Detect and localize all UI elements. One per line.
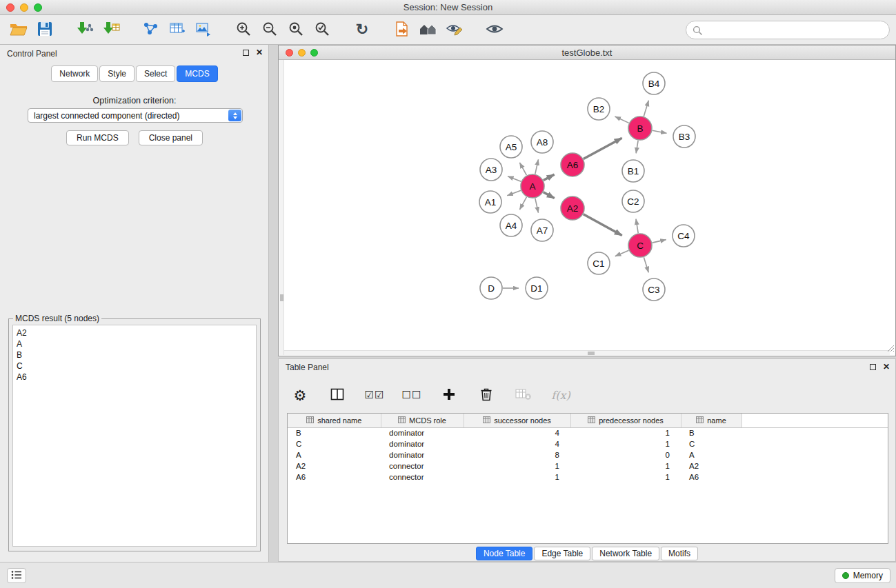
graph-edge-C-C1[interactable] — [615, 250, 629, 256]
cell[interactable]: dominator — [381, 449, 464, 460]
float-table-panel-icon[interactable] — [870, 364, 876, 370]
task-history-button[interactable] — [7, 568, 26, 583]
table-settings-button[interactable]: ⚙ — [288, 385, 312, 405]
minimize-window-button[interactable] — [20, 3, 28, 12]
tab-network-table[interactable]: Network Table — [592, 547, 659, 560]
vertical-scrollbar[interactable] — [279, 60, 284, 355]
import-network-button[interactable] — [73, 18, 97, 41]
table-row-a6[interactable]: A6connector11A6 — [288, 472, 888, 483]
unselect-all-columns-button[interactable]: ☐☐ — [400, 385, 424, 405]
graph-edge-B-B3[interactable] — [653, 130, 667, 133]
cell[interactable]: 4 — [464, 438, 570, 449]
graph-node-B[interactable]: B — [628, 116, 652, 140]
tab-style[interactable]: Style — [99, 65, 135, 82]
result-item-a2[interactable]: A2 — [17, 327, 252, 338]
zoom-fit-button[interactable] — [284, 18, 308, 41]
graph-edge-A-A4[interactable] — [519, 197, 526, 210]
horizontal-scroll-thumb[interactable] — [588, 352, 595, 355]
graph-node-A8[interactable]: A8 — [531, 131, 553, 153]
graph-edge-A-A2[interactable] — [544, 192, 555, 199]
minimize-network-window-button[interactable] — [298, 49, 306, 57]
graph-node-A3[interactable]: A3 — [480, 159, 502, 181]
graph-edge-A6-B[interactable] — [584, 138, 622, 159]
annotations-button[interactable] — [443, 18, 466, 41]
graph-node-A4[interactable]: A4 — [500, 214, 522, 236]
graph-edge-A-A8[interactable] — [535, 159, 539, 174]
cell[interactable]: B — [288, 427, 381, 438]
graph-node-A[interactable]: A — [521, 174, 544, 198]
tab-motifs[interactable]: Motifs — [661, 547, 698, 560]
show-hide-graphics-button[interactable] — [483, 18, 506, 41]
cell[interactable]: 4 — [464, 427, 570, 438]
column-header-predecessor-nodes[interactable]: predecessor nodes — [570, 414, 681, 427]
column-header-successor-nodes[interactable]: successor nodes — [464, 414, 570, 427]
close-window-button[interactable] — [6, 3, 14, 12]
cell[interactable]: 8 — [464, 449, 570, 460]
table-row-a2[interactable]: A2connector11A2 — [288, 460, 888, 472]
graph-node-A5[interactable]: A5 — [500, 136, 522, 158]
graph-edge-C-C4[interactable] — [653, 240, 666, 243]
graph-node-A6[interactable]: A6 — [561, 153, 584, 176]
cell[interactable]: connector — [381, 472, 464, 483]
graph-node-C3[interactable]: C3 — [643, 278, 665, 301]
cell[interactable]: dominator — [381, 438, 464, 449]
table-row-c[interactable]: Cdominator41C — [288, 438, 888, 449]
cell[interactable]: 1 — [570, 472, 681, 483]
vertical-scroll-thumb[interactable] — [280, 294, 283, 301]
cell[interactable]: A2 — [288, 460, 381, 472]
graph-node-C[interactable]: C — [628, 234, 652, 257]
graph-edge-A-A5[interactable] — [519, 163, 526, 175]
graph-node-A7[interactable]: A7 — [531, 219, 553, 241]
close-panel-button[interactable]: Close panel — [139, 130, 203, 145]
column-header-MCDS-role[interactable]: MCDS role — [381, 414, 464, 427]
delete-table-button[interactable] — [512, 385, 535, 405]
graph-edge-B-B1[interactable] — [636, 141, 638, 154]
result-item-b[interactable]: B — [17, 349, 252, 361]
graph-edge-A-A1[interactable] — [507, 190, 521, 195]
graph-edge-A-A7[interactable] — [535, 199, 539, 213]
function-builder-button[interactable]: f(x) — [549, 385, 573, 405]
import-table-button[interactable] — [99, 18, 123, 41]
run-mcds-button[interactable]: Run MCDS — [66, 130, 129, 145]
network-canvas[interactable]: B4B2BB3A5A8A6B1A3AC2A1A2A4A7C4CC1C3DD1 — [279, 60, 895, 356]
graph-node-B1[interactable]: B1 — [622, 160, 644, 182]
zoom-selected-button[interactable] — [310, 18, 334, 41]
result-item-a[interactable]: A — [17, 338, 252, 349]
graph-edge-A-A6[interactable] — [544, 174, 555, 180]
cell[interactable]: C — [288, 438, 381, 449]
tab-edge-table[interactable]: Edge Table — [534, 547, 590, 560]
graph-node-C2[interactable]: C2 — [622, 190, 644, 212]
add-table-button[interactable] — [166, 18, 189, 41]
zoom-in-button[interactable] — [232, 18, 255, 41]
column-header-shared-name[interactable]: shared name — [288, 414, 381, 427]
table-row-b[interactable]: Bdominator41B — [288, 427, 888, 438]
resize-grip-icon[interactable] — [886, 343, 895, 355]
horizontal-scrollbar[interactable] — [284, 350, 890, 355]
cell[interactable]: A6 — [288, 472, 381, 483]
cell[interactable]: A — [681, 449, 741, 460]
cell[interactable]: B — [681, 427, 741, 438]
export-image-button[interactable] — [192, 18, 215, 41]
graph-node-B3[interactable]: B3 — [673, 125, 695, 148]
tab-node-table[interactable]: Node Table — [476, 547, 533, 560]
tab-network[interactable]: Network — [51, 65, 98, 82]
new-network-button[interactable] — [139, 18, 163, 41]
save-session-button[interactable] — [33, 18, 57, 41]
cell[interactable]: 0 — [570, 449, 681, 460]
graph-node-B2[interactable]: B2 — [588, 98, 610, 120]
open-session-button[interactable] — [7, 18, 30, 41]
cell[interactable]: A6 — [681, 472, 741, 483]
cell[interactable]: connector — [381, 460, 464, 472]
close-network-window-button[interactable] — [286, 49, 293, 57]
cell[interactable]: dominator — [381, 427, 464, 438]
search-input[interactable] — [704, 22, 885, 38]
close-table-panel-icon[interactable]: ✕ — [883, 363, 890, 371]
graph-edge-C-C2[interactable] — [636, 219, 638, 234]
cell[interactable]: 1 — [464, 460, 570, 472]
cell[interactable]: 1 — [570, 438, 681, 449]
graph-node-C1[interactable]: C1 — [588, 252, 610, 274]
graph-node-B4[interactable]: B4 — [643, 72, 665, 94]
refresh-view-button[interactable]: ↻ — [350, 18, 374, 41]
show-columns-button[interactable] — [326, 385, 349, 405]
float-panel-icon[interactable] — [243, 50, 249, 56]
